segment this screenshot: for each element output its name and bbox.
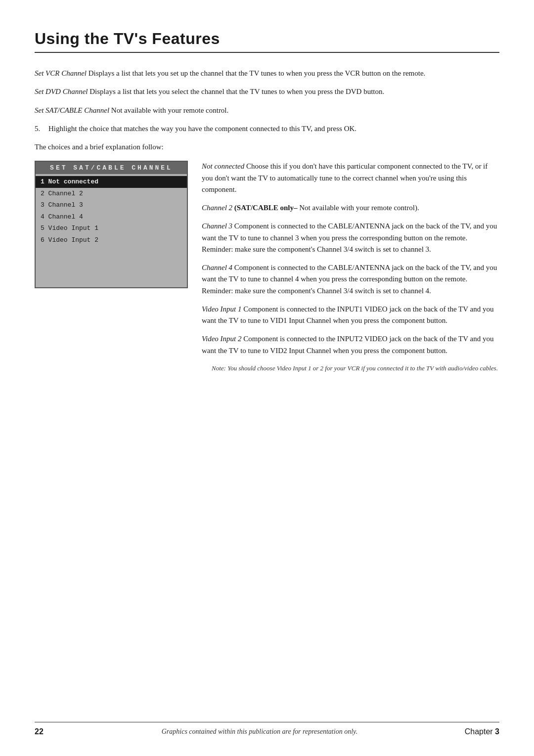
footer-chapter: Chapter 3 bbox=[465, 727, 499, 736]
desc-item-4: Video Input 1 Component is connected to … bbox=[202, 304, 499, 327]
tv-list: 1 Not connected2 Channel 23 Channel 34 C… bbox=[36, 174, 187, 248]
dvd-label: Set DVD Channel bbox=[35, 88, 88, 95]
page-footer: 22 Graphics contained within this public… bbox=[35, 722, 499, 736]
tv-list-item: 2 Channel 2 bbox=[36, 188, 187, 200]
desc-item-2: Channel 3 Component is connected to the … bbox=[202, 221, 499, 255]
desc-channel-2: Channel 2 (SAT/CABLE only– Not available… bbox=[202, 202, 499, 214]
page-title: Using the TV's Features bbox=[35, 30, 499, 48]
two-column-section: SET SAT/CABLE CHANNEL 1 Not connected2 C… bbox=[35, 161, 499, 373]
dvd-paragraph: Set DVD Channel Displays a list that let… bbox=[35, 86, 499, 97]
tv-list-item: 1 Not connected bbox=[36, 176, 187, 188]
footer-chapter-number: 3 bbox=[495, 727, 499, 736]
choices-intro: The choices and a brief explanation foll… bbox=[35, 141, 499, 153]
tv-list-item: 3 Channel 3 bbox=[36, 199, 187, 211]
step-5-text: Highlight the choice that matches the wa… bbox=[48, 123, 356, 134]
dvd-text: Displays a list that lets you select the… bbox=[88, 88, 384, 95]
tv-list-item: 6 Video Input 2 bbox=[36, 234, 187, 246]
page-header: Using the TV's Features bbox=[35, 30, 499, 53]
desc-not-connected: Not connected Choose this if you don't h… bbox=[202, 161, 499, 195]
step-5-num: 5. bbox=[35, 123, 48, 134]
tv-screen-header: SET SAT/CABLE CHANNEL bbox=[36, 162, 187, 174]
footer-page-number: 22 bbox=[35, 727, 54, 736]
step-5: 5. Highlight the choice that matches the… bbox=[35, 123, 499, 134]
sat-paragraph: Set SAT/CABLE Channel Not available with… bbox=[35, 105, 499, 116]
tv-ui-box: SET SAT/CABLE CHANNEL 1 Not connected2 C… bbox=[35, 161, 188, 373]
vcr-text: Displays a list that lets you set up the… bbox=[87, 69, 425, 77]
tv-screen: SET SAT/CABLE CHANNEL 1 Not connected2 C… bbox=[35, 161, 188, 288]
descriptions-column: Not connected Choose this if you don't h… bbox=[202, 161, 499, 373]
tv-empty-area bbox=[36, 248, 187, 287]
footer-chapter-word: Chapter bbox=[465, 727, 493, 736]
vcr-label: Set VCR Channel bbox=[35, 69, 87, 77]
tv-list-item: 5 Video Input 1 bbox=[36, 222, 187, 234]
body-content: Set VCR Channel Displays a list that let… bbox=[35, 68, 499, 373]
vcr-paragraph: Set VCR Channel Displays a list that let… bbox=[35, 68, 499, 79]
desc-item-3: Channel 4 Component is connected to the … bbox=[202, 262, 499, 297]
note-text: Note: You should choose Video Input 1 or… bbox=[202, 363, 499, 373]
sat-text: Not available with your remote control. bbox=[109, 106, 228, 114]
tv-list-item: 4 Channel 4 bbox=[36, 211, 187, 223]
sat-label: Set SAT/CABLE Channel bbox=[35, 106, 109, 114]
footer-note: Graphics contained within this publicati… bbox=[54, 728, 465, 736]
page: Using the TV's Features Set VCR Channel … bbox=[0, 0, 534, 756]
desc-item-5: Video Input 2 Component is connected to … bbox=[202, 333, 499, 356]
